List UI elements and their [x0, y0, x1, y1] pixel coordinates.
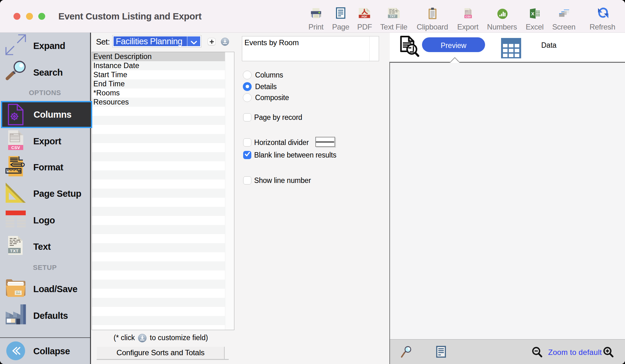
svg-text:CSV: CSV: [465, 15, 471, 18]
svg-text:TXT: TXT: [390, 14, 396, 18]
svg-text:X: X: [531, 11, 534, 16]
svg-text:TXT: TXT: [10, 249, 19, 253]
svg-text:CSV: CSV: [11, 145, 20, 150]
svg-text:PDF: PDF: [362, 15, 368, 18]
